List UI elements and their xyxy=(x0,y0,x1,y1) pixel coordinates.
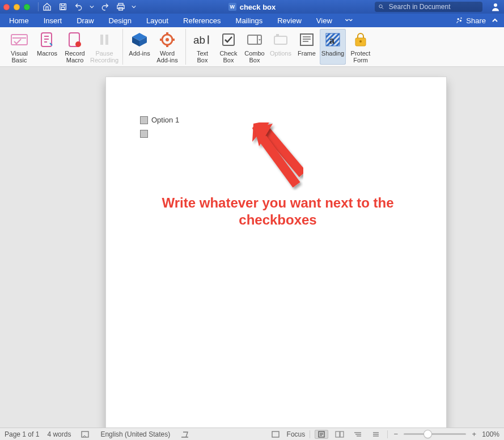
record-macro-button[interactable]: Record Macro xyxy=(60,29,90,65)
options-icon xyxy=(272,31,290,49)
share-label: Share xyxy=(466,16,486,25)
combo-box-button[interactable]: Combo Box xyxy=(242,29,268,65)
titlebar-separator xyxy=(38,2,39,11)
protect-form-label: Protect Form xyxy=(351,50,371,64)
tab-design[interactable]: Design xyxy=(107,15,134,26)
tab-layout[interactable]: Layout xyxy=(144,15,171,26)
spellcheck-icon[interactable] xyxy=(79,430,92,439)
protect-form-button[interactable]: Protect Form xyxy=(346,29,375,65)
tab-insert[interactable]: Insert xyxy=(41,15,65,26)
svg-rect-22 xyxy=(160,39,163,41)
focus-mode-button[interactable] xyxy=(269,430,282,439)
pause-recording-button: Pause Recording xyxy=(90,29,119,65)
status-page[interactable]: Page 1 of 1 xyxy=(5,430,39,438)
text-box-icon: ab xyxy=(193,31,211,49)
tab-mailings[interactable]: Mailings xyxy=(234,15,265,26)
shading-button[interactable]: a Shading xyxy=(320,29,346,65)
ribbon-group-controls: ab Text Box Check Box Combo Box xyxy=(189,29,379,65)
checkbox-row-2 xyxy=(140,130,419,138)
options-button: Options xyxy=(268,29,294,65)
undo-icon[interactable] xyxy=(74,2,84,12)
view-print-layout-icon[interactable] xyxy=(315,430,328,439)
svg-point-5 xyxy=(379,5,382,7)
document-canvas[interactable]: Option 1 xyxy=(0,67,504,428)
redo-icon[interactable] xyxy=(100,2,110,12)
view-draft-icon[interactable] xyxy=(369,430,383,439)
fullscreen-window-button[interactable] xyxy=(24,4,30,10)
document-title-text: check box xyxy=(240,3,276,11)
search-input[interactable] xyxy=(388,2,478,11)
zoom-slider[interactable] xyxy=(404,433,466,435)
tab-references[interactable]: References xyxy=(181,15,223,26)
visual-basic-label: Visual Basic xyxy=(11,50,28,64)
shading-icon: a xyxy=(324,31,342,49)
search-box[interactable] xyxy=(375,2,482,12)
visual-basic-icon xyxy=(10,31,28,49)
share-icon xyxy=(455,16,463,24)
svg-rect-41 xyxy=(272,431,279,437)
macros-button[interactable]: Macros xyxy=(34,29,60,65)
undo-dropdown-icon[interactable] xyxy=(90,2,94,12)
svg-rect-29 xyxy=(300,34,313,45)
tab-draw[interactable]: Draw xyxy=(74,15,96,26)
word-doc-icon: W xyxy=(228,3,236,11)
svg-rect-3 xyxy=(117,5,124,9)
share-button[interactable]: Share xyxy=(455,16,486,25)
home-icon[interactable] xyxy=(42,2,52,12)
view-web-layout-icon[interactable] xyxy=(333,430,346,439)
print-icon[interactable] xyxy=(116,2,126,12)
form-checkbox[interactable] xyxy=(140,116,148,124)
zoom-out-button[interactable]: − xyxy=(392,430,399,438)
add-ins-label: Add-ins xyxy=(129,50,150,57)
frame-label: Frame xyxy=(298,50,316,57)
svg-rect-14 xyxy=(105,35,108,45)
word-add-ins-icon xyxy=(158,31,176,49)
quick-access-toolbar xyxy=(42,2,136,12)
page[interactable]: Option 1 xyxy=(106,77,446,428)
tab-home[interactable]: Home xyxy=(7,15,31,26)
svg-rect-20 xyxy=(166,32,168,35)
window-controls xyxy=(3,4,30,10)
visual-basic-button[interactable]: Visual Basic xyxy=(5,29,34,65)
checkbox-label[interactable]: Option 1 xyxy=(151,116,179,124)
account-icon[interactable] xyxy=(490,2,501,12)
tabs-overflow-icon[interactable] xyxy=(345,18,354,23)
svg-point-34 xyxy=(359,40,362,43)
status-words[interactable]: 4 words xyxy=(47,430,71,438)
text-box-label: Text Box xyxy=(197,50,208,64)
svg-text:ab: ab xyxy=(193,34,205,46)
zoom-percentage[interactable]: 100% xyxy=(482,430,499,438)
check-box-icon xyxy=(219,31,238,49)
check-box-label: Check Box xyxy=(219,50,237,64)
checkbox-row-1: Option 1 xyxy=(140,116,419,124)
tab-review[interactable]: Review xyxy=(275,15,304,26)
menu-bar: Home Insert Draw Design Layout Reference… xyxy=(0,14,504,27)
accessibility-icon[interactable] xyxy=(178,430,192,439)
quick-access-overflow-icon[interactable] xyxy=(132,2,136,12)
focus-label[interactable]: Focus xyxy=(287,430,306,438)
status-language[interactable]: English (United States) xyxy=(100,430,170,438)
svg-point-6 xyxy=(494,3,497,7)
save-icon[interactable] xyxy=(58,2,68,12)
frame-button[interactable]: Frame xyxy=(294,29,320,65)
collapse-ribbon-icon[interactable] xyxy=(492,17,498,24)
view-outline-icon[interactable] xyxy=(351,430,365,439)
add-ins-button[interactable]: Add-ins xyxy=(126,29,153,65)
check-box-button[interactable]: Check Box xyxy=(215,29,242,65)
svg-rect-27 xyxy=(274,36,287,44)
page-content: Option 1 xyxy=(140,116,419,143)
text-box-button[interactable]: ab Text Box xyxy=(189,29,215,65)
zoom-in-button[interactable]: + xyxy=(471,430,477,438)
word-add-ins-button[interactable]: Word Add-ins xyxy=(153,29,182,65)
ribbon: Visual Basic Macros Record Macro Pause R… xyxy=(0,27,504,67)
svg-point-7 xyxy=(458,18,460,20)
shading-label: Shading xyxy=(321,50,344,57)
options-label: Options xyxy=(270,50,291,57)
close-window-button[interactable] xyxy=(3,4,10,10)
form-checkbox[interactable] xyxy=(140,130,148,138)
tab-view[interactable]: View xyxy=(314,15,334,26)
word-add-ins-label: Word Add-ins xyxy=(156,50,177,64)
minimize-window-button[interactable] xyxy=(14,4,20,10)
macros-icon xyxy=(38,31,56,49)
zoom-slider-thumb[interactable] xyxy=(424,430,431,438)
